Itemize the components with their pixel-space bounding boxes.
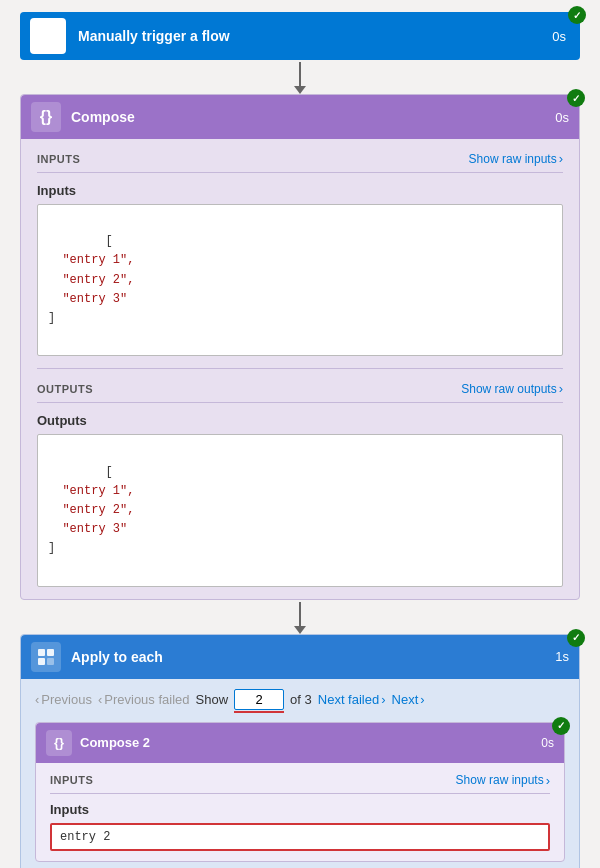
compose-icon-box: {} [31,102,61,132]
inputs-code-box: [ "entry 1", "entry 2", "entry 3" ] [37,204,563,356]
inner-compose-duration: 0s [541,736,554,750]
hand-icon [37,25,59,47]
inner-inputs-value-box: entry 2 [50,823,550,851]
show-raw-inputs-link[interactable]: Show raw inputs › [469,151,563,166]
svg-rect-0 [38,649,45,656]
outputs-title: OUTPUTS [37,383,93,395]
svg-rect-3 [47,658,54,665]
apply-body: ‹ Previous ‹ Previous failed Show of 3 N… [21,679,579,868]
apply-success-badge [567,629,585,647]
svg-rect-2 [38,658,45,665]
show-label: Show [196,692,229,707]
red-underline [234,711,284,713]
inner-compose-icon-box: {} [46,730,72,756]
flow-container: Manually trigger a flow 0s {} Compose 0s… [0,0,600,868]
inner-show-raw-link[interactable]: Show raw inputs › [456,773,550,788]
show-raw-inputs-chevron: › [559,151,563,166]
show-raw-outputs-chevron: › [559,381,563,396]
compose-header: {} Compose 0s [21,95,579,139]
compose-success-badge [567,89,585,107]
apply-duration: 1s [555,649,569,664]
inner-inputs-section-header: INPUTS Show raw inputs › [50,773,550,794]
inner-inputs-title: INPUTS [50,774,93,786]
next-failed-label: Next failed [318,692,379,707]
next-failed-link[interactable]: Next failed › [318,692,386,707]
inner-compose-success-badge [552,717,570,735]
arrow-2 [294,600,306,634]
trigger-success-badge [568,6,586,24]
trigger-duration: 0s [552,29,566,44]
pagination-bar: ‹ Previous ‹ Previous failed Show of 3 N… [35,689,565,710]
inner-compose-body: INPUTS Show raw inputs › Inputs entry 2 [36,763,564,861]
inner-inputs-value: entry 2 [60,830,110,844]
outputs-code-box: [ "entry 1", "entry 2", "entry 3" ] [37,434,563,586]
section-divider [37,368,563,369]
show-raw-outputs-link[interactable]: Show raw outputs › [461,381,563,396]
previous-failed-label: Previous failed [104,692,189,707]
next-link[interactable]: Next › [392,692,425,707]
next-label: Next [392,692,419,707]
compose-body: INPUTS Show raw inputs › Inputs [ "entry… [21,139,579,599]
arrow-1 [294,60,306,94]
previous-label: Previous [41,692,92,707]
apply-icon-svg [37,648,55,666]
apply-label: Apply to each [71,649,555,665]
svg-rect-1 [47,649,54,656]
compose-duration: 0s [555,110,569,125]
compose-block: {} Compose 0s INPUTS Show raw inputs › I… [20,94,580,600]
of-total: of 3 [290,692,312,707]
inputs-field-label: Inputs [37,183,563,198]
trigger-block: Manually trigger a flow 0s [20,12,580,60]
inner-show-raw-chevron: › [546,773,550,788]
trigger-icon-box [30,18,66,54]
page-input[interactable] [234,689,284,710]
inner-compose-header: {} Compose 2 0s [36,723,564,763]
inner-inputs-field-label: Inputs [50,802,550,817]
apply-header: Apply to each 1s [21,635,579,679]
inputs-title: INPUTS [37,153,80,165]
apply-to-each-block: Apply to each 1s ‹ Previous ‹ Previous f… [20,634,580,868]
outputs-field-label: Outputs [37,413,563,428]
compose-label: Compose [71,109,555,125]
inner-compose-block: {} Compose 2 0s INPUTS Show raw inputs ›… [35,722,565,862]
inputs-section-header: INPUTS Show raw inputs › [37,151,563,173]
previous-failed-link[interactable]: ‹ Previous failed [98,692,190,707]
page-input-wrap [234,689,284,710]
inner-compose-label: Compose 2 [80,735,541,750]
previous-link[interactable]: ‹ Previous [35,692,92,707]
outputs-section-header: OUTPUTS Show raw outputs › [37,381,563,403]
trigger-label: Manually trigger a flow [78,28,552,44]
apply-icon-box [31,642,61,672]
